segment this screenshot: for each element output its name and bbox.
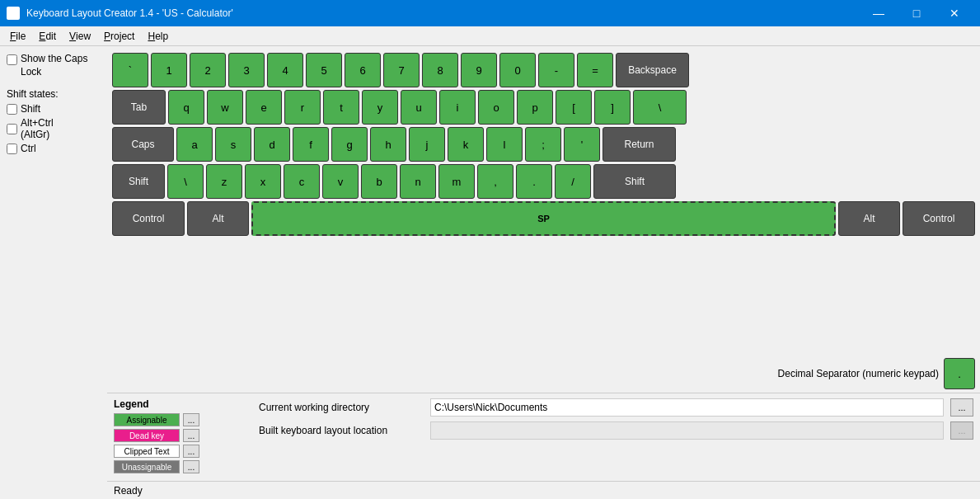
key-rbracket[interactable]: ]: [594, 90, 631, 125]
working-dir-input[interactable]: [430, 398, 944, 417]
key-v[interactable]: v: [322, 164, 359, 199]
key-s[interactable]: s: [215, 127, 251, 162]
key-comma[interactable]: ,: [477, 164, 513, 199]
altctrl-checkbox[interactable]: [7, 124, 17, 134]
key-7[interactable]: 7: [383, 53, 420, 87]
key-backtick[interactable]: `: [112, 53, 148, 87]
key-c[interactable]: c: [284, 164, 320, 199]
key-x[interactable]: x: [245, 164, 281, 199]
key-ctrl-right[interactable]: Control: [903, 201, 975, 236]
key-d[interactable]: d: [254, 127, 290, 162]
clipped-btn[interactable]: ...: [183, 445, 199, 458]
key-b[interactable]: b: [361, 164, 397, 199]
left-panel: Show the Caps Lock Shift states: Shift A…: [0, 46, 107, 499]
key-r[interactable]: r: [284, 90, 321, 125]
key-w[interactable]: w: [207, 90, 243, 125]
key-shift-left[interactable]: Shift: [112, 164, 165, 199]
key-k[interactable]: k: [448, 127, 484, 162]
key-caps[interactable]: Caps: [112, 127, 174, 162]
built-layout-input[interactable]: [430, 421, 944, 440]
key-u[interactable]: u: [401, 90, 437, 125]
decimal-label: Decimal Separator (numeric keypad): [778, 368, 939, 379]
key-row-qwerty: Tab q w e r t y u i o p [ ] \: [112, 90, 975, 125]
key-m[interactable]: m: [438, 164, 475, 199]
key-e[interactable]: e: [246, 90, 282, 125]
key-y[interactable]: y: [362, 90, 398, 125]
key-2[interactable]: 2: [190, 53, 226, 87]
key-j[interactable]: j: [409, 127, 445, 162]
key-a[interactable]: a: [176, 127, 213, 162]
key-ctrl-left[interactable]: Control: [112, 201, 185, 236]
key-lbracket[interactable]: [: [556, 90, 592, 125]
working-dir-browse[interactable]: ...: [950, 398, 973, 417]
key-alt-right[interactable]: Alt: [838, 201, 900, 236]
built-layout-label: Built keyboard layout location: [259, 425, 424, 436]
key-period[interactable]: .: [516, 164, 552, 199]
key-3[interactable]: 3: [228, 53, 265, 87]
key-quote[interactable]: ': [564, 127, 600, 162]
key-alt-left[interactable]: Alt: [187, 201, 249, 236]
unassignable-btn[interactable]: ...: [183, 460, 199, 473]
ctrl-checkbox[interactable]: [7, 144, 17, 154]
menu-project[interactable]: Project: [97, 26, 141, 45]
key-slash[interactable]: /: [555, 164, 591, 199]
key-8[interactable]: 8: [422, 53, 458, 87]
legend-section: Legend Assignable ... Dead key ... Clipp…: [114, 398, 246, 476]
key-4[interactable]: 4: [267, 53, 303, 87]
close-button[interactable]: ✕: [935, 0, 973, 26]
shift-checkbox[interactable]: [7, 104, 17, 115]
key-h[interactable]: h: [370, 127, 406, 162]
key-6[interactable]: 6: [345, 53, 381, 87]
key-1[interactable]: 1: [151, 53, 187, 87]
title-bar: ⌨ Keyboard Layout Creator 1.4 - 'US - Ca…: [0, 0, 980, 26]
key-5[interactable]: 5: [306, 53, 342, 87]
decimal-key[interactable]: .: [944, 358, 975, 389]
shift-checkbox-row: Shift: [7, 103, 101, 115]
maximize-button[interactable]: □: [898, 0, 935, 26]
key-backslash[interactable]: \: [633, 90, 687, 125]
key-return[interactable]: Return: [603, 127, 676, 162]
key-z[interactable]: z: [206, 164, 242, 199]
key-n[interactable]: n: [400, 164, 436, 199]
key-l[interactable]: l: [486, 127, 523, 162]
key-backspace[interactable]: Backspace: [616, 53, 689, 87]
legend-unassignable: Unassignable ...: [114, 460, 246, 473]
key-g[interactable]: g: [331, 127, 368, 162]
deadkey-btn[interactable]: ...: [183, 429, 199, 442]
key-0[interactable]: 0: [499, 53, 536, 87]
key-tab[interactable]: Tab: [112, 90, 166, 125]
key-o[interactable]: o: [478, 90, 514, 125]
key-backslash2[interactable]: \: [167, 164, 204, 199]
window-controls: — □ ✕: [860, 0, 973, 26]
key-f[interactable]: f: [293, 127, 329, 162]
menu-edit[interactable]: Edit: [32, 26, 63, 45]
key-row-number: ` 1 2 3 4 5 6 7 8 9 0 - = Backspace: [112, 53, 975, 87]
menu-help[interactable]: Help: [141, 26, 175, 45]
key-9[interactable]: 9: [461, 53, 497, 87]
key-q[interactable]: q: [168, 90, 204, 125]
assignable-btn[interactable]: ...: [183, 413, 199, 426]
key-shift-right[interactable]: Shift: [593, 164, 676, 199]
ctrl-checkbox-row: Ctrl: [7, 143, 101, 154]
menu-file[interactable]: File: [3, 26, 32, 45]
shift-states-section: Shift states: Shift Alt+Ctrl(AltGr) Ctrl: [7, 88, 101, 154]
caps-lock-checkbox[interactable]: [7, 54, 17, 65]
ctrl-label: Ctrl: [21, 143, 36, 154]
legend-title: Legend: [114, 398, 246, 410]
key-row-asdf: Caps a s d f g h j k l ; ' Return: [112, 127, 975, 162]
key-row-zxcv: Shift \ z x c v b n m , . / Shift: [112, 164, 975, 199]
key-semicolon[interactable]: ;: [525, 127, 561, 162]
deadkey-color: Dead key: [114, 429, 180, 442]
key-t[interactable]: t: [323, 90, 359, 125]
key-space[interactable]: SP: [251, 201, 836, 236]
key-p[interactable]: p: [517, 90, 553, 125]
minimize-button[interactable]: —: [860, 0, 898, 26]
right-area: ` 1 2 3 4 5 6 7 8 9 0 - = Backspace Tab …: [107, 46, 980, 499]
key-minus[interactable]: -: [538, 53, 574, 87]
decimal-row: Decimal Separator (numeric keypad) .: [107, 355, 980, 393]
key-i[interactable]: i: [439, 90, 476, 125]
window-title: Keyboard Layout Creator 1.4 - 'US - Calc…: [26, 7, 233, 19]
working-dir-row: Current working directory ...: [259, 398, 973, 417]
key-equals[interactable]: =: [577, 53, 613, 87]
menu-view[interactable]: View: [63, 26, 97, 45]
